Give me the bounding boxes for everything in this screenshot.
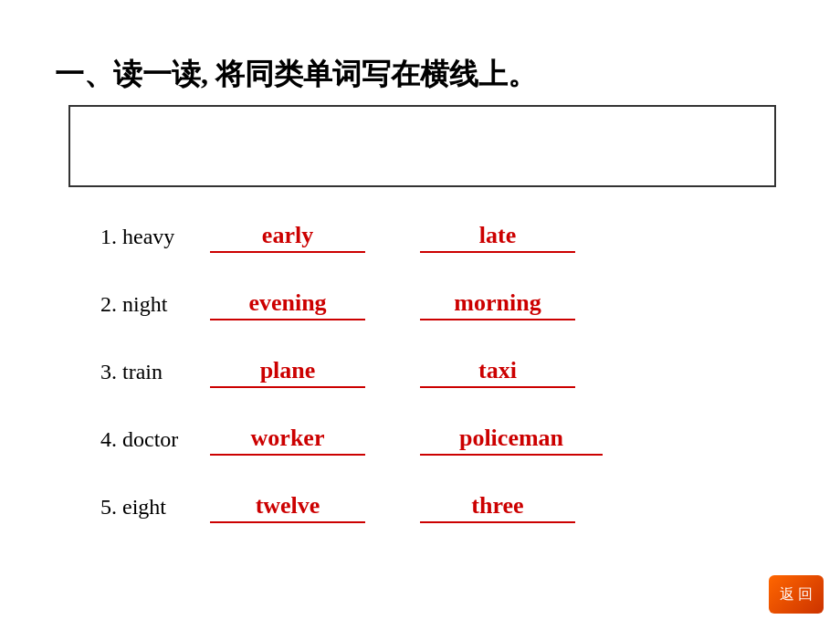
back-button-label: 返 回	[780, 585, 813, 604]
item-label-4: 4. doctor	[100, 427, 210, 456]
table-row: 1. heavy early late	[100, 205, 785, 253]
answer-3a: plane	[210, 357, 365, 388]
item-label-5: 5. eight	[100, 495, 210, 523]
answer-4a: worker	[210, 425, 365, 456]
item-label-2: 2. night	[100, 292, 210, 320]
answer-1a: early	[210, 222, 365, 253]
answer-5b: three	[420, 492, 575, 523]
items-container: 1. heavy early late 2. night evening mor…	[100, 205, 785, 543]
back-button[interactable]: 返 回	[769, 575, 824, 614]
answer-5a: twelve	[210, 492, 365, 523]
answer-3b: taxi	[420, 357, 575, 388]
answer-2b: morning	[420, 289, 575, 320]
answer-2a: evening	[210, 289, 365, 320]
table-row: 5. eight twelve three	[100, 476, 785, 523]
table-row: 4. doctor worker policeman	[100, 408, 785, 456]
answer-4b: policeman	[420, 425, 603, 456]
word-input-box	[68, 105, 776, 187]
item-label-3: 3. train	[100, 360, 210, 388]
table-row: 2. night evening morning	[100, 273, 785, 320]
answer-1b: late	[420, 222, 575, 253]
table-row: 3. train plane taxi	[100, 341, 785, 388]
item-label-1: 1. heavy	[100, 225, 210, 253]
page-title: 一、读一读, 将同类单词写在横线上。	[55, 55, 537, 95]
